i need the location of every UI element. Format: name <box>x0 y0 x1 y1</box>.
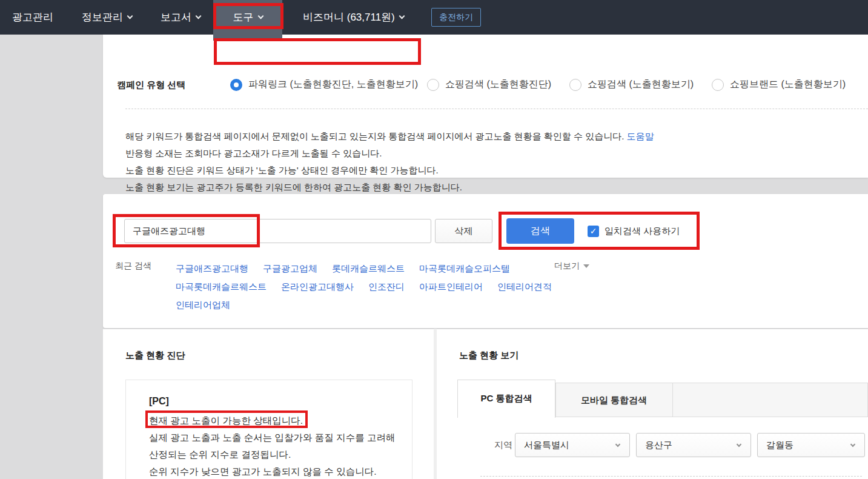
select-value: 서울특별시 <box>524 440 569 450</box>
help-link[interactable]: 도움말 <box>627 131 654 141</box>
tab-mobile-search[interactable]: 모바일 통합검색 <box>555 383 672 417</box>
exposure-view-panel: 노출 현황 보기 PC 통합검색 모바일 통합검색 지역 서울특별시 용산구 갈… <box>437 329 868 479</box>
chevron-down-icon <box>127 13 133 19</box>
description-line: 노출 현황 보기는 광고주가 등록한 키워드에 한하여 광고노출 현황 확인 가… <box>125 179 654 196</box>
nav-label: 비즈머니 (63,711원) <box>303 12 395 23</box>
recent-row: 인테리어업체 <box>176 296 552 314</box>
radio-unselected-icon <box>427 79 439 91</box>
diagnosis-card: [PC] 현재 광고 노출이 가능한 상태입니다. 실제 광고 노출과 노출 순… <box>125 380 412 479</box>
nav-label: 광고관리 <box>12 12 53 23</box>
triangle-down-icon <box>583 264 589 268</box>
divider <box>480 476 862 477</box>
recent-link[interactable]: 인테리어견적 <box>497 281 552 293</box>
charge-button[interactable]: 충전하기 <box>431 8 481 27</box>
diagnosis-title: 노출 현황 진단 <box>125 350 185 361</box>
nav-label: 보고서 <box>161 12 191 23</box>
delete-button[interactable]: 삭제 <box>435 219 492 243</box>
diagnosis-text: 현재 광고 노출이 가능한 상태입니다. 실제 광고 노출과 노출 순서는 입찰… <box>149 412 395 479</box>
recent-link[interactable]: 롯데캐슬르웨스트 <box>332 263 405 275</box>
top-navbar: 광고관리 정보관리 보고서 도구 비즈머니 (63,711원) 충전하기 <box>0 0 868 35</box>
description-block: 해당 키워드가 통합검색 페이지에서 문제없이 노출되고 있는지와 통합검색 페… <box>125 128 654 196</box>
recent-link[interactable]: 마곡롯데캐슬르웨스트 <box>176 281 267 293</box>
recent-row: 마곡롯데캐슬르웨스트 온라인광고대행사 인조잔디 아파트인테리어 인테리어견적 <box>176 278 552 296</box>
radio-option-shopping-brand[interactable]: 쇼핑브랜드 (노출현황보기) <box>712 78 846 91</box>
recent-link[interactable]: 아파트인테리어 <box>419 281 483 293</box>
radio-selected-icon <box>230 79 242 91</box>
select-value: 갈월동 <box>766 440 793 450</box>
description-line: 노출 현황 진단은 키워드 상태가 '노출 가능' 상태인 경우에만 확인 가능… <box>125 162 654 179</box>
nav-label: 정보관리 <box>82 12 123 23</box>
nav-item-tools[interactable]: 도구 <box>213 0 282 41</box>
recent-search-links: 구글애즈광고대행 구글광고업체 롯데캐슬르웨스트 마곡롯데캐슬오피스텔 마곡롯데… <box>176 260 552 314</box>
view-title: 노출 현황 보기 <box>459 350 518 361</box>
radio-label: 쇼핑검색 (노출현황보기) <box>588 78 694 91</box>
nav-item-bizmoney[interactable]: 비즈머니 (63,711원) <box>303 0 404 35</box>
exact-match-checkbox[interactable]: ✓ <box>588 226 599 237</box>
description-line: 반응형 소재는 조회마다 광고소재가 다르게 노출될 수 있습니다. <box>125 145 654 162</box>
radio-option-shopping-diagnosis[interactable]: 쇼핑검색 (노출현황진단) <box>427 78 551 91</box>
region-select-district[interactable]: 용산구 <box>636 433 751 457</box>
checkmark-icon: ✓ <box>590 226 597 236</box>
radio-label: 쇼핑브랜드 (노출현황보기) <box>730 78 846 91</box>
chevron-down-icon <box>615 442 620 447</box>
recent-link[interactable]: 온라인광고대행사 <box>281 281 354 293</box>
campaign-type-card: 캠페인 유형 선택 파워링크 (노출현황진단, 노출현황보기) 쇼핑검색 (노출… <box>103 35 868 178</box>
recent-link[interactable]: 인테리어업체 <box>176 300 230 311</box>
nav-label: 도구 <box>233 12 254 23</box>
exact-match-label[interactable]: 일치검색 사용하기 <box>605 226 680 237</box>
detail-line: 산정되는 순위 지수로 결정됩니다. <box>149 446 395 463</box>
description-line: 해당 키워드가 통합검색 페이지에서 문제없이 노출되고 있는지와 통합검색 페… <box>125 128 654 145</box>
recent-link[interactable]: 구글애즈광고대행 <box>176 263 248 275</box>
status-line: 현재 광고 노출이 가능한 상태입니다. <box>149 412 395 429</box>
radio-option-shopping-view[interactable]: 쇼핑검색 (노출현황보기) <box>569 78 694 91</box>
recent-link[interactable]: 마곡롯데캐슬오피스텔 <box>419 263 510 275</box>
radio-label: 파워링크 (노출현황진단, 노출현황보기) <box>248 78 418 91</box>
nav-item-info-management[interactable]: 정보관리 <box>82 0 132 35</box>
device-label: [PC] <box>149 396 169 407</box>
view-tabs: PC 통합검색 모바일 통합검색 <box>457 380 868 417</box>
nav-item-ad-management[interactable]: 광고관리 <box>12 0 53 35</box>
region-label: 지역 <box>494 440 512 451</box>
radio-unselected-icon <box>569 79 581 91</box>
search-button[interactable]: 검색 <box>506 218 574 244</box>
keyword-search-input[interactable] <box>124 219 431 243</box>
region-select-city[interactable]: 서울특별시 <box>515 433 630 457</box>
tab-pc-search[interactable]: PC 통합검색 <box>457 380 555 418</box>
tab-separator <box>672 383 673 417</box>
chevron-down-icon <box>257 13 263 19</box>
recent-link[interactable]: 인조잔디 <box>368 281 405 293</box>
recent-link[interactable]: 구글광고업체 <box>263 263 317 275</box>
nav-item-reports[interactable]: 보고서 <box>161 0 200 35</box>
recent-row: 구글애즈광고대행 구글광고업체 롯데캐슬르웨스트 마곡롯데캐슬오피스텔 <box>176 260 552 278</box>
select-value: 용산구 <box>645 440 672 450</box>
detail-line: 순위 지수가 낮으면 광고가 노출되지 않을 수 있습니다. <box>149 463 395 479</box>
campaign-type-label: 캠페인 유형 선택 <box>117 79 185 91</box>
detail-line: 실제 광고 노출과 노출 순서는 입찰가와 품질 지수를 고려해 <box>149 429 395 446</box>
radio-option-powerlink[interactable]: 파워링크 (노출현황진단, 노출현황보기) <box>230 78 418 91</box>
chevron-down-icon <box>196 13 202 19</box>
keyword-search-card: 삭제 검색 ✓ 일치검색 사용하기 최근 검색 구글애즈광고대행 구글광고업체 … <box>103 194 868 328</box>
chevron-down-icon <box>850 442 855 447</box>
recent-search-label: 최근 검색 <box>115 261 151 272</box>
chevron-down-icon <box>737 442 741 447</box>
radio-unselected-icon <box>712 79 724 91</box>
exposure-diagnosis-panel: 노출 현황 진단 [PC] 현재 광고 노출이 가능한 상태입니다. 실제 광고… <box>103 329 434 479</box>
radio-label: 쇼핑검색 (노출현황진단) <box>445 78 551 91</box>
chevron-down-icon <box>399 13 405 19</box>
more-button[interactable]: 더보기 <box>554 261 589 272</box>
divider <box>125 109 868 109</box>
region-select-dong[interactable]: 갈월동 <box>757 433 865 457</box>
